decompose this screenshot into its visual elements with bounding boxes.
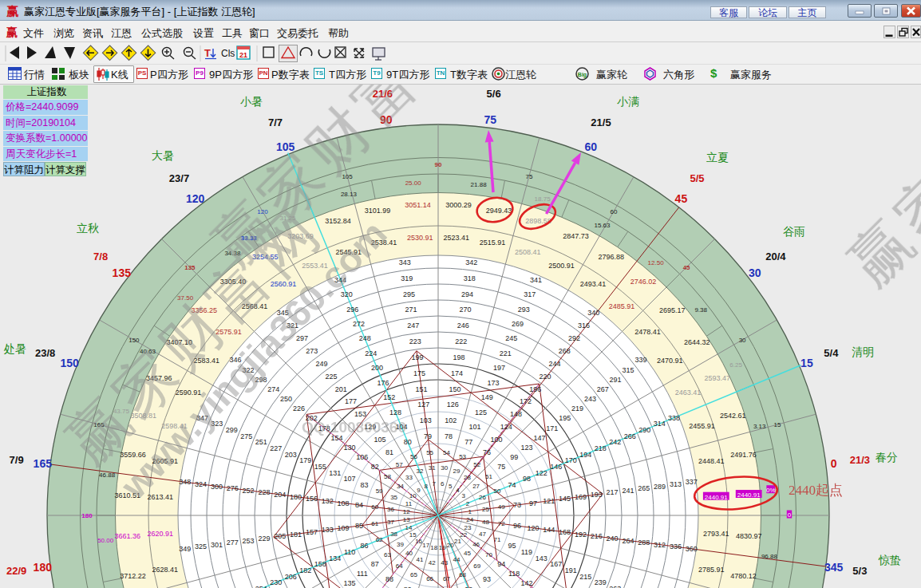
- svg-text:273: 273: [306, 347, 318, 355]
- svg-text:5/5: 5/5: [690, 172, 704, 184]
- svg-text:3101.99: 3101.99: [365, 207, 391, 215]
- svg-text:245: 245: [505, 334, 517, 342]
- svg-text:47: 47: [479, 531, 486, 538]
- svg-text:65: 65: [410, 571, 417, 578]
- svg-text:2515.91: 2515.91: [480, 239, 506, 247]
- svg-text:227: 227: [270, 444, 282, 452]
- svg-text:180: 180: [290, 493, 302, 501]
- svg-text:312: 312: [654, 541, 666, 549]
- svg-text:229: 229: [258, 535, 270, 543]
- svg-text:121: 121: [543, 497, 555, 505]
- svg-text:317: 317: [524, 290, 536, 298]
- svg-text:94: 94: [497, 560, 505, 568]
- svg-text:小满: 小满: [617, 95, 639, 108]
- svg-text:2500.91: 2500.91: [548, 262, 575, 270]
- svg-text:292: 292: [568, 334, 580, 342]
- svg-text:4780.12: 4780.12: [730, 572, 757, 580]
- svg-text:97: 97: [529, 499, 537, 507]
- svg-text:193: 193: [591, 491, 603, 499]
- svg-text:60: 60: [371, 503, 378, 511]
- svg-text:5/4: 5/4: [824, 347, 839, 359]
- svg-text:251: 251: [255, 438, 267, 446]
- svg-text:225: 225: [326, 373, 338, 381]
- svg-text:29: 29: [453, 468, 460, 475]
- svg-text:219: 219: [571, 404, 583, 412]
- svg-text:春分: 春分: [876, 451, 898, 464]
- svg-text:176: 176: [377, 379, 389, 387]
- svg-text:9: 9: [417, 487, 421, 494]
- svg-text:267: 267: [597, 385, 609, 393]
- svg-text:142: 142: [521, 579, 533, 587]
- svg-text:3051.14: 3051.14: [405, 201, 431, 209]
- svg-text:7/7: 7/7: [268, 116, 283, 128]
- svg-text:25: 25: [482, 506, 489, 513]
- svg-text:301: 301: [211, 541, 223, 549]
- svg-text:3661.36: 3661.36: [115, 532, 141, 540]
- svg-text:6.25: 6.25: [729, 361, 742, 369]
- svg-text:217: 217: [607, 488, 619, 496]
- svg-text:135: 135: [113, 266, 132, 279]
- svg-text:120: 120: [186, 192, 205, 205]
- svg-text:288: 288: [638, 539, 650, 547]
- svg-text:294: 294: [461, 290, 473, 298]
- svg-text:2593.47: 2593.47: [705, 374, 731, 382]
- svg-text:171: 171: [546, 424, 558, 432]
- svg-text:32: 32: [417, 468, 424, 475]
- svg-text:处暑: 处暑: [3, 342, 26, 355]
- svg-text:143: 143: [536, 554, 547, 562]
- svg-text:42: 42: [429, 559, 436, 566]
- svg-text:70: 70: [485, 551, 492, 558]
- svg-text:54: 54: [443, 449, 450, 456]
- svg-text:63: 63: [384, 551, 391, 558]
- svg-text:72: 72: [498, 520, 505, 527]
- svg-text:89: 89: [404, 586, 412, 588]
- svg-text:173: 173: [487, 379, 499, 387]
- svg-text:2463.41: 2463.41: [675, 389, 702, 397]
- svg-text:191: 191: [565, 566, 577, 574]
- svg-text:59: 59: [376, 487, 383, 495]
- svg-text:14: 14: [405, 524, 413, 531]
- svg-text:88: 88: [385, 575, 393, 583]
- svg-text:51: 51: [485, 473, 492, 480]
- svg-text:222: 222: [455, 337, 467, 345]
- svg-text:274: 274: [267, 385, 279, 393]
- svg-text:122: 122: [536, 469, 547, 477]
- svg-text:2542.61: 2542.61: [720, 412, 746, 420]
- svg-text:126: 126: [447, 401, 459, 408]
- svg-text:124: 124: [500, 423, 512, 431]
- svg-text:0%: 0%: [766, 487, 776, 494]
- svg-text:45: 45: [464, 550, 471, 557]
- svg-text:小暑: 小暑: [240, 95, 263, 108]
- svg-text:36: 36: [387, 506, 394, 513]
- svg-text:2847.73: 2847.73: [563, 232, 589, 240]
- svg-text:109: 109: [337, 524, 349, 532]
- svg-text:145: 145: [559, 495, 571, 503]
- svg-text:75: 75: [497, 463, 505, 471]
- svg-text:203: 203: [285, 451, 297, 459]
- svg-text:300: 300: [211, 483, 223, 491]
- svg-text:23/7: 23/7: [169, 172, 189, 184]
- svg-text:16: 16: [415, 538, 422, 545]
- svg-text:28.13: 28.13: [341, 191, 358, 198]
- svg-text:2485.91: 2485.91: [609, 302, 635, 310]
- svg-text:18.75: 18.75: [535, 195, 551, 203]
- svg-text:4830.97: 4830.97: [736, 532, 762, 540]
- svg-text:198: 198: [453, 353, 465, 361]
- svg-text:66: 66: [426, 575, 433, 582]
- svg-text:30: 30: [749, 266, 761, 279]
- svg-text:74: 74: [508, 481, 516, 489]
- svg-text:2949.43: 2949.43: [486, 207, 512, 215]
- svg-text:181: 181: [290, 531, 302, 539]
- svg-text:大暑: 大暑: [152, 149, 174, 162]
- svg-text:132: 132: [322, 497, 334, 505]
- svg-text:206: 206: [285, 573, 297, 581]
- svg-text:131: 131: [329, 469, 341, 477]
- svg-text:192: 192: [575, 531, 587, 539]
- svg-text:Cls: Cls: [221, 48, 235, 59]
- svg-text:67: 67: [443, 575, 450, 582]
- svg-text:100: 100: [491, 436, 503, 444]
- svg-text:15: 15: [774, 421, 781, 428]
- svg-text:243: 243: [584, 395, 596, 403]
- svg-text:249: 249: [315, 360, 327, 368]
- svg-text:2448.41: 2448.41: [698, 457, 725, 465]
